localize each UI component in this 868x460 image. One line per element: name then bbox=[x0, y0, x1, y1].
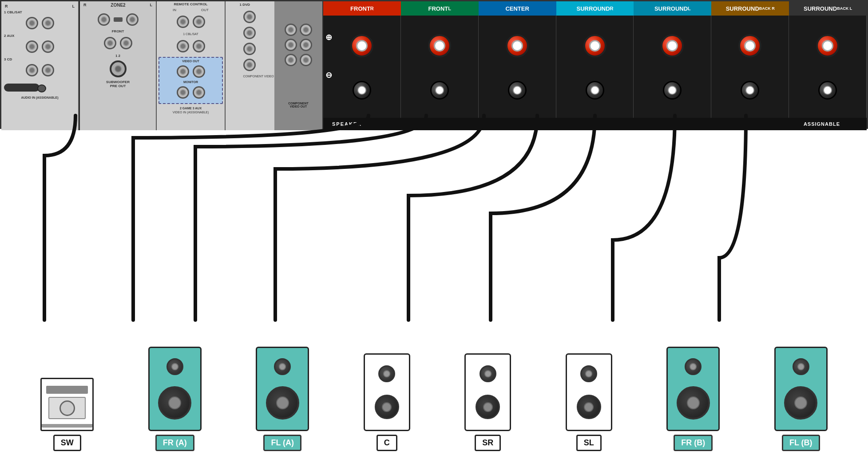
surround-l-terminals bbox=[634, 16, 711, 118]
c-label: C bbox=[377, 435, 397, 451]
surround-l-negative[interactable] bbox=[663, 81, 682, 100]
surround-l-positive[interactable] bbox=[661, 34, 684, 57]
zone2-front-r-jack[interactable] bbox=[104, 37, 116, 49]
front-l-negative[interactable] bbox=[430, 81, 449, 100]
aux-r-jack[interactable] bbox=[26, 40, 38, 53]
cblsat-label: 1 CBL/SAT bbox=[4, 10, 75, 14]
surround-back-l-positive[interactable] bbox=[816, 34, 839, 57]
zone2-preout-label: PRE OUT bbox=[80, 84, 156, 88]
comp-jack1[interactable] bbox=[285, 24, 297, 36]
cblsat-l-jack[interactable] bbox=[42, 17, 54, 29]
front-l-terminals bbox=[401, 16, 479, 118]
c-woofer bbox=[375, 395, 399, 419]
surround-r-negative[interactable] bbox=[586, 81, 604, 100]
center-positive[interactable] bbox=[506, 34, 529, 57]
remote-title: REMOTE CONTROL bbox=[174, 2, 208, 6]
surround-back-r-terminals bbox=[711, 16, 789, 118]
front-r-terminals bbox=[323, 16, 401, 118]
sw-label: SW bbox=[53, 435, 81, 451]
remote-cblsat-r[interactable] bbox=[177, 40, 189, 52]
sw-unit: SW bbox=[40, 378, 94, 451]
surround-r-positive[interactable] bbox=[583, 34, 606, 57]
surround-back-r-negative[interactable] bbox=[741, 81, 759, 100]
front-l-positive[interactable] bbox=[428, 34, 451, 57]
zone2-subwoofer-label: SUBWOOFER bbox=[80, 80, 156, 84]
video-out-jack1[interactable] bbox=[177, 65, 189, 78]
l-label: L bbox=[72, 4, 75, 8]
cd-l-jack[interactable] bbox=[42, 64, 54, 76]
dvd-jack4[interactable] bbox=[243, 59, 256, 71]
remote-out-label: OUT bbox=[201, 8, 209, 12]
monitor-jack1[interactable] bbox=[177, 86, 189, 99]
remote-in-jack[interactable] bbox=[177, 16, 189, 28]
speaker-bar: SPEAKER ASSIGNABLE bbox=[323, 118, 867, 130]
fla-unit: FL (A) bbox=[256, 347, 309, 451]
video-out-jack2[interactable] bbox=[193, 65, 205, 78]
remote-cblsat-l[interactable] bbox=[193, 40, 205, 52]
cd-r-jack[interactable] bbox=[26, 64, 38, 76]
dvd-jack1[interactable] bbox=[243, 11, 256, 23]
center-terminals bbox=[479, 16, 556, 118]
surround-r-tag: SURROUND R bbox=[556, 1, 634, 16]
cblsat-r-jack[interactable] bbox=[26, 17, 38, 29]
comp-jack2[interactable] bbox=[300, 24, 312, 36]
sr-tweeter bbox=[480, 365, 496, 382]
aux-label: 2 AUX bbox=[4, 34, 75, 38]
center-tag: CENTER bbox=[479, 1, 556, 16]
frb-woofer bbox=[677, 386, 710, 420]
remote-out-jack[interactable] bbox=[193, 16, 205, 28]
zone2-r-label: R bbox=[83, 3, 87, 8]
video-out-label: VIDEO OUT bbox=[161, 60, 220, 63]
flb-tweeter bbox=[793, 358, 809, 375]
assignable-label: ASSIGNABLE bbox=[804, 121, 840, 127]
sl-unit: SL bbox=[566, 353, 612, 451]
surround-back-l-terminals bbox=[789, 16, 867, 118]
frb-label: FR (B) bbox=[674, 435, 713, 451]
frb-tweeter bbox=[685, 358, 702, 375]
sr-label: SR bbox=[475, 435, 501, 451]
fla-tweeter bbox=[274, 358, 291, 375]
top-panel: R L 1 CBL/SAT 2 AUX 3 CD bbox=[0, 0, 868, 129]
flb-box bbox=[774, 347, 828, 431]
speaker-labels-row: FRONT R FRONT L CENTER SURROUND R SURROU… bbox=[323, 1, 867, 16]
comp-jack3[interactable] bbox=[285, 39, 297, 51]
zone2-l-jack[interactable] bbox=[126, 13, 139, 26]
remote-in-label: IN bbox=[173, 8, 176, 12]
remote-cblsat-label: 1 CBL/SAT bbox=[157, 31, 225, 37]
audio-in-label: AUDIO IN (ASSIGNABLE) bbox=[2, 95, 77, 100]
front-r-positive[interactable] bbox=[350, 34, 373, 57]
flb-unit: FL (B) bbox=[774, 347, 828, 451]
dvd-jack3[interactable] bbox=[243, 43, 256, 55]
front-r-negative[interactable] bbox=[353, 81, 371, 100]
sl-box bbox=[566, 353, 612, 431]
zone2-r-jack[interactable] bbox=[98, 13, 110, 26]
surround-back-l-negative[interactable] bbox=[818, 81, 837, 100]
zone2-title: ZONE2 bbox=[111, 3, 125, 8]
dvd-jack2[interactable] bbox=[243, 27, 256, 39]
speaker-section: FRONT R FRONT L CENTER SURROUND R SURROU… bbox=[323, 1, 867, 130]
zone2-section: R ZONE2 L FRONT 1 2 SUBWOOFER PRE OUT bbox=[79, 1, 157, 130]
sr-woofer bbox=[476, 395, 500, 419]
comp-jack6[interactable] bbox=[300, 54, 312, 66]
aux-l-jack[interactable] bbox=[42, 40, 54, 53]
component-out-label: COMPONENTVIDEO OUT bbox=[288, 102, 309, 108]
fra-label: FR (A) bbox=[155, 435, 194, 451]
zone2-sub-jack[interactable] bbox=[110, 60, 127, 77]
zone2-link bbox=[114, 17, 123, 22]
dvd-label: 1 DVD bbox=[240, 3, 250, 7]
monitor-jack2[interactable] bbox=[193, 86, 205, 99]
center-negative[interactable] bbox=[508, 81, 527, 100]
zone2-front-l-jack[interactable] bbox=[120, 37, 132, 49]
frb-unit: FR (B) bbox=[666, 347, 720, 451]
fla-box bbox=[256, 347, 309, 431]
surround-back-r-positive[interactable] bbox=[738, 34, 761, 57]
comp-jack4[interactable] bbox=[300, 39, 312, 51]
r-label: R bbox=[5, 4, 8, 8]
remote-section: REMOTE CONTROL IN OUT 1 CBL/SAT VIDEO OU… bbox=[157, 1, 226, 130]
fla-woofer bbox=[266, 386, 299, 420]
comp-jack5[interactable] bbox=[285, 54, 297, 66]
surround-r-terminals bbox=[556, 16, 634, 118]
front-r-tag: FRONT R bbox=[323, 1, 401, 16]
front-l-tag: FRONT L bbox=[401, 1, 479, 16]
surround-back-r-tag: SURROUNDBACK R bbox=[711, 1, 789, 16]
